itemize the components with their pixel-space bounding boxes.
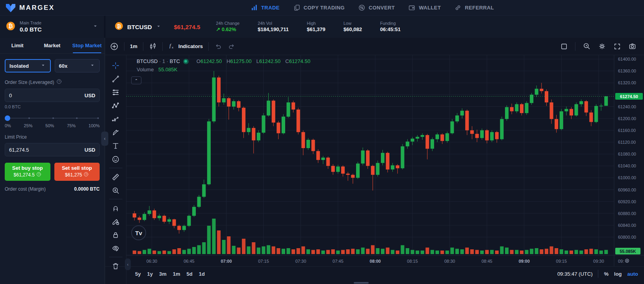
nav-item-copy-trading[interactable]: COPY TRADING <box>293 4 345 11</box>
magnet-icon[interactable] <box>109 202 122 214</box>
quick-search-icon[interactable] <box>583 42 591 50</box>
indicators-button[interactable]: fx Indicators <box>168 42 203 51</box>
screenshot-camera-icon[interactable] <box>628 42 637 50</box>
brush-icon[interactable] <box>109 126 122 139</box>
set-buy-stop-button[interactable]: Set buy stop $61,274.5 ? <box>5 163 50 181</box>
svg-text:60840.00: 60840.00 <box>618 223 636 228</box>
buy-button-label: Set buy stop <box>12 165 43 172</box>
chevron-down-icon <box>156 23 161 31</box>
pencil-lock-icon[interactable] <box>109 215 122 228</box>
nav-item-referral[interactable]: REFERRAL <box>454 4 494 11</box>
tradingview-watermark[interactable]: Tv <box>131 225 146 240</box>
tab-market[interactable]: Market <box>35 38 69 53</box>
toolbar-divider <box>162 42 163 51</box>
buy-button-price: $61,274.5 <box>14 172 35 178</box>
order-cost-label: Order cost (Margin) <box>5 186 46 192</box>
set-sell-stop-button[interactable]: Set sell stop $61,275 ? <box>54 163 100 181</box>
svg-text:06:30: 06:30 <box>147 259 158 264</box>
slider-labels: 0%25%50%75%100% <box>5 123 100 128</box>
svg-text:60960.00: 60960.00 <box>618 187 636 192</box>
axis-settings-gear-icon[interactable] <box>622 257 632 265</box>
clock-utc: 09:35:47 (UTC) <box>557 271 593 277</box>
nav-item-wallet[interactable]: WALLET <box>408 4 441 11</box>
collapse-legend-button[interactable]: ⌃ <box>131 76 141 84</box>
symbol-selector[interactable]: ₿ BTCUSD <box>114 21 161 32</box>
drawing-toolbar <box>105 55 126 284</box>
stat-value: $60,082 <box>343 26 362 33</box>
zoom-in-icon[interactable] <box>109 184 122 197</box>
limit-price-field: USD <box>5 143 100 156</box>
fullscreen-icon[interactable] <box>613 43 621 50</box>
account-selector[interactable]: ₿ Main Trade 0.0 BTC <box>0 16 105 38</box>
help-icon: ? <box>36 172 41 179</box>
svg-text:07:30: 07:30 <box>295 259 306 264</box>
order-size-input[interactable] <box>9 93 85 98</box>
help-icon[interactable]: ? <box>56 79 62 85</box>
tab-stop-market[interactable]: Stop Market <box>70 38 104 53</box>
top-navbar: MARGEX TRADECOPY TRADINGCONVERTWALLETREF… <box>0 0 644 16</box>
collapse-panel-handle[interactable]: ‹ <box>101 132 108 146</box>
nav-item-trade[interactable]: TRADE <box>251 4 280 11</box>
candlestick-chart[interactable]: 60800.0060840.0060880.0060920.0060960.00… <box>126 55 644 266</box>
candles-style-icon[interactable] <box>149 43 157 50</box>
log-scale-button[interactable]: log <box>614 271 622 277</box>
indicators-label: Indicators <box>178 43 203 49</box>
order-panel: LimitMarketStop Market Isolated 60x Orde… <box>0 38 105 284</box>
slider-dot[interactable] <box>28 117 30 119</box>
range-button-1d[interactable]: 1d <box>199 271 205 277</box>
slider-dot[interactable] <box>76 117 78 119</box>
svg-text:61120.00: 61120.00 <box>618 140 636 145</box>
chart-canvas[interactable]: BTCUSD · 1 · BTC O61242.50H61275.00L6124… <box>126 55 644 266</box>
lock-icon[interactable] <box>109 228 122 241</box>
svg-text:08:15: 08:15 <box>407 259 418 264</box>
tab-limit[interactable]: Limit <box>0 38 35 53</box>
redo-icon[interactable] <box>228 43 236 50</box>
range-button-1m[interactable]: 1m <box>173 271 180 277</box>
limit-price-input[interactable] <box>9 147 85 153</box>
range-button-1y[interactable]: 1y <box>147 271 152 277</box>
ruler-icon[interactable] <box>109 171 122 183</box>
svg-text:61360.00: 61360.00 <box>618 69 636 73</box>
margex-logo[interactable]: MARGEX <box>0 3 105 13</box>
range-buttons: 5y1y3m1m5d1d <box>135 271 205 277</box>
legend-symbol: BTCUSD · 1 · BTC <box>137 58 180 64</box>
slider-knob[interactable] <box>5 115 10 121</box>
range-button-3m[interactable]: 3m <box>159 271 167 277</box>
interval-button[interactable]: 1m <box>130 43 137 49</box>
ticker-bar: ₿ BTCUSD $61,274.5 24h Change↗ 0.62%24h … <box>106 16 644 38</box>
percent-scale-button[interactable]: % <box>604 271 609 277</box>
pane-collapse-handle[interactable]: ‹ <box>125 258 131 270</box>
panel-layout-icon[interactable] <box>560 43 568 50</box>
arrow-up-icon: ↗ <box>216 26 222 32</box>
svg-text:07:45: 07:45 <box>332 259 343 264</box>
range-button-5d[interactable]: 5d <box>187 271 193 277</box>
chart-settings-icon[interactable] <box>598 42 606 50</box>
add-symbol-icon[interactable] <box>110 42 119 51</box>
svg-text:?: ? <box>85 173 87 175</box>
smiley-icon[interactable] <box>109 153 122 165</box>
nav-item-label: WALLET <box>419 5 441 11</box>
eye-hide-icon[interactable] <box>109 242 122 254</box>
fib-icon[interactable] <box>109 86 122 98</box>
slider-dot[interactable] <box>52 117 54 119</box>
undo-icon[interactable] <box>214 43 222 50</box>
size-slider[interactable] <box>5 115 100 121</box>
margin-mode-select[interactable]: Isolated <box>5 59 51 72</box>
forecast-icon[interactable] <box>109 113 122 125</box>
nav-item-convert[interactable]: CONVERT <box>358 4 395 11</box>
leverage-value: 60x <box>59 63 68 69</box>
range-button-5y[interactable]: 5y <box>135 271 141 277</box>
trendline-icon[interactable] <box>109 72 122 85</box>
chevron-down-icon <box>40 62 46 69</box>
svg-text:08:45: 08:45 <box>481 259 492 264</box>
auto-scale-button[interactable]: auto <box>627 271 638 277</box>
text-icon[interactable] <box>109 139 122 152</box>
toolbar-divider <box>109 257 122 257</box>
pattern-icon[interactable] <box>109 99 122 112</box>
leverage-select[interactable]: 60x <box>55 59 100 72</box>
crosshair-icon[interactable] <box>109 59 122 72</box>
slider-dot[interactable] <box>97 117 99 119</box>
horizontal-scrollbar[interactable] <box>354 282 369 284</box>
help-icon: ? <box>84 172 89 179</box>
toolbar-divider <box>109 199 122 199</box>
